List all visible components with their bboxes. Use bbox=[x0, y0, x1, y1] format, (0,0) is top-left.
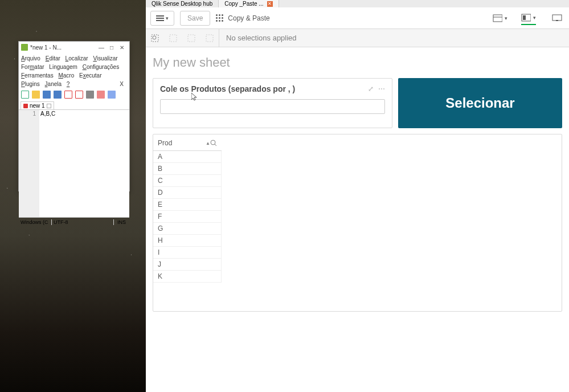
menu-formatar[interactable]: Formatar bbox=[21, 64, 44, 70]
chevron-down-icon: ▾ bbox=[533, 15, 536, 21]
smart-search-button[interactable] bbox=[149, 32, 161, 44]
sheet-content: My new sheet Cole os Produtos (separados… bbox=[146, 47, 569, 320]
close-button[interactable]: ✕ bbox=[117, 44, 127, 51]
tab-hub[interactable]: Qlik Sense Desktop hub bbox=[146, 0, 219, 7]
presentation-button[interactable] bbox=[550, 13, 564, 23]
hamburger-icon bbox=[156, 15, 164, 21]
fullscreen-icon[interactable]: ⤢ bbox=[368, 85, 374, 93]
table-row[interactable]: G bbox=[153, 223, 222, 235]
chevron-down-icon: ▾ bbox=[505, 15, 507, 21]
menu-plugins[interactable]: Plugins bbox=[21, 81, 40, 87]
line-gutter: 1 bbox=[19, 110, 39, 217]
clear-icon bbox=[205, 34, 214, 43]
copy-icon[interactable] bbox=[108, 91, 116, 99]
line-number: 1 bbox=[22, 111, 36, 117]
minimize-button[interactable]: — bbox=[96, 44, 107, 51]
save-label: Save bbox=[187, 14, 203, 22]
menu-help[interactable]: ? bbox=[67, 81, 70, 87]
menu-x[interactable]: X bbox=[120, 80, 124, 88]
tab-close-icon[interactable] bbox=[47, 104, 51, 108]
save-button[interactable]: Save bbox=[180, 11, 210, 26]
npp-title-text: *new 1 - N... bbox=[30, 44, 96, 51]
status-mode: INS bbox=[113, 219, 129, 225]
table-row[interactable]: H bbox=[153, 235, 222, 247]
more-icon[interactable]: ⋯ bbox=[378, 85, 385, 93]
table-row[interactable]: A bbox=[153, 151, 222, 163]
npp-editor-area: 1 A,B,C bbox=[19, 110, 129, 217]
npp-app-icon bbox=[21, 44, 28, 51]
step-back-icon bbox=[169, 34, 178, 43]
menu-config[interactable]: Configurações bbox=[83, 64, 120, 70]
svg-point-7 bbox=[153, 36, 156, 39]
selecionar-button[interactable]: Selecionar bbox=[398, 78, 562, 128]
clear-all-button[interactable] bbox=[204, 32, 215, 44]
save-icon[interactable] bbox=[43, 91, 51, 99]
close-all-icon[interactable] bbox=[75, 91, 83, 99]
sheet-icon bbox=[521, 14, 531, 22]
prod-table[interactable]: Prod ▲ ABCDEFGHIJK bbox=[153, 134, 562, 312]
selection-text: No selections applied bbox=[219, 29, 297, 47]
step-forward-icon bbox=[187, 34, 196, 43]
step-back-button[interactable] bbox=[167, 32, 179, 44]
search-icon[interactable] bbox=[210, 140, 217, 146]
text-editor[interactable]: A,B,C bbox=[39, 110, 129, 217]
sheet-title[interactable]: My new sheet bbox=[153, 55, 562, 70]
data-model-button[interactable]: ▾ bbox=[493, 13, 507, 23]
menu-visualizar[interactable]: Visualizar bbox=[93, 55, 117, 62]
tab-app[interactable]: Copy _Paste ... ✕ bbox=[219, 0, 279, 7]
sheet-view-button[interactable]: ▾ bbox=[521, 15, 536, 25]
menu-macro[interactable]: Macro bbox=[58, 72, 74, 79]
table-row[interactable]: B bbox=[153, 163, 222, 175]
table-header[interactable]: Prod ▲ bbox=[153, 139, 222, 151]
save-all-icon[interactable] bbox=[54, 91, 62, 99]
table-body: ABCDEFGHIJK bbox=[153, 151, 562, 283]
table-row[interactable]: F bbox=[153, 211, 222, 223]
table-row[interactable]: K bbox=[153, 271, 222, 283]
table-row[interactable]: J bbox=[153, 259, 222, 271]
selecionar-label: Selecionar bbox=[445, 95, 514, 111]
qlik-browser-tabs: Qlik Sense Desktop hub Copy _Paste ... ✕ bbox=[146, 0, 569, 7]
menu-localizar[interactable]: Localizar bbox=[66, 55, 88, 62]
unsaved-indicator-icon bbox=[23, 104, 28, 108]
svg-rect-0 bbox=[493, 15, 502, 22]
maximize-button[interactable]: □ bbox=[107, 44, 117, 51]
tab-close-icon[interactable]: ✕ bbox=[267, 1, 273, 7]
menu-linguagem[interactable]: Linguagem bbox=[49, 64, 77, 70]
input-card[interactable]: Cole os Produtos (separados por , ) ⤢ ⋯ bbox=[153, 78, 392, 128]
table-row[interactable]: I bbox=[153, 247, 222, 259]
svg-rect-4 bbox=[552, 15, 562, 21]
menu-editar[interactable]: Editar bbox=[46, 55, 60, 62]
sort-asc-icon[interactable]: ▲ bbox=[206, 141, 210, 146]
close-file-icon[interactable] bbox=[64, 91, 72, 99]
status-eol: Windows (C bbox=[19, 219, 52, 225]
selection-tools bbox=[146, 32, 219, 44]
step-forward-button[interactable] bbox=[186, 32, 197, 44]
menu-executar[interactable]: Executar bbox=[79, 72, 101, 79]
tab-app-label: Copy _Paste ... bbox=[224, 1, 263, 7]
new-file-icon[interactable] bbox=[21, 91, 29, 99]
selection-bar: No selections applied bbox=[146, 29, 569, 47]
notepadpp-window: *new 1 - N... — □ ✕ Arquivo Editar Local… bbox=[18, 41, 130, 191]
svg-rect-10 bbox=[206, 35, 213, 42]
print-icon[interactable] bbox=[86, 91, 94, 99]
global-menu-button[interactable]: ▾ bbox=[150, 11, 174, 26]
npp-file-tab[interactable]: new 1 bbox=[21, 101, 54, 109]
menu-arquivo[interactable]: Arquivo bbox=[21, 55, 40, 62]
npp-titlebar[interactable]: *new 1 - N... — □ ✕ bbox=[19, 42, 129, 53]
menu-ferramentas[interactable]: Ferramentas bbox=[21, 72, 54, 79]
table-row[interactable]: D bbox=[153, 187, 222, 199]
tab-hub-label: Qlik Sense Desktop hub bbox=[152, 1, 212, 7]
data-model-icon bbox=[493, 14, 502, 22]
status-encoding: UTF-8 bbox=[52, 219, 113, 225]
app-breadcrumb[interactable]: Copy & Paste bbox=[216, 14, 269, 22]
table-row[interactable]: E bbox=[153, 199, 222, 211]
open-file-icon[interactable] bbox=[32, 91, 40, 99]
table-row[interactable]: C bbox=[153, 175, 222, 187]
npp-statusbar: Windows (C UTF-8 INS bbox=[19, 217, 129, 226]
app-grid-icon bbox=[216, 14, 223, 22]
cut-icon[interactable] bbox=[97, 91, 105, 99]
npp-file-tabs: new 1 bbox=[19, 100, 129, 110]
menu-janela[interactable]: Janela bbox=[45, 81, 62, 87]
chevron-down-icon: ▾ bbox=[166, 15, 169, 21]
products-input[interactable] bbox=[160, 99, 385, 114]
